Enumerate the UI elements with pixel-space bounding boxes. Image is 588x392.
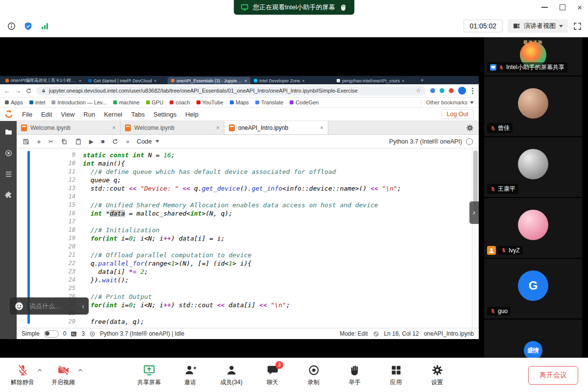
extension-icon[interactable] [449, 88, 454, 93]
start-video-button[interactable]: 开启视频 [50, 364, 76, 387]
new-tab-button[interactable]: + [416, 77, 428, 84]
tab-close-icon[interactable]: × [302, 78, 305, 83]
extension-icon[interactable] [430, 88, 435, 93]
forward-icon[interactable]: → [15, 87, 21, 95]
bookmark-item[interactable]: Translate [255, 99, 283, 105]
extension-icon[interactable] [440, 88, 444, 93]
gear-icon[interactable] [466, 124, 474, 132]
bookmark-star-icon[interactable]: ☆ [416, 87, 421, 94]
kernel-name[interactable]: Python 3.7 (Intel® oneAPI) [389, 138, 462, 145]
network-quality-icon[interactable] [40, 22, 49, 31]
back-icon[interactable]: ← [4, 87, 10, 95]
view-mode-dropdown[interactable]: 演讲者视图 [508, 19, 568, 33]
emoji-button[interactable] [10, 297, 28, 315]
cell-type-dropdown[interactable]: Code [137, 138, 159, 145]
chevron-up-icon[interactable] [77, 368, 83, 373]
running-sessions-icon[interactable] [4, 149, 13, 157]
browser-tab[interactable]: Intel Developer Zone× [250, 77, 333, 84]
raise-hand-button[interactable]: 举手 [342, 364, 368, 387]
browser-tab[interactable]: Get Started | Intel® DevCloud× [85, 77, 168, 84]
chat-input[interactable]: 说点什么... [28, 297, 77, 315]
apps-button[interactable]: 应用 [383, 364, 409, 387]
other-bookmarks[interactable]: Other bookmarks [421, 99, 474, 105]
tab-close-icon[interactable]: × [79, 78, 81, 83]
run-all-icon[interactable]: » [126, 139, 129, 145]
run-cell-icon[interactable]: ▶ [89, 139, 94, 145]
browser-profile-avatar[interactable] [458, 87, 466, 95]
bookmark-item[interactable]: machine [113, 99, 140, 105]
bookmark-label: GPU [152, 99, 164, 105]
menu-item-tabs[interactable]: Tabs [127, 111, 149, 118]
save-icon[interactable] [23, 138, 29, 145]
participant-tile[interactable]: Gguo [484, 259, 582, 318]
unmute-button[interactable]: 解除静音 [10, 364, 35, 387]
menu-item-run[interactable]: Run [79, 111, 99, 118]
notebook-tab[interactable]: oneAPI_Intro.ipynb× [224, 121, 328, 134]
right-panel-expander[interactable]: › [469, 201, 479, 224]
simple-mode-toggle[interactable] [44, 330, 59, 338]
stop-kernel-icon[interactable]: ■ [101, 139, 104, 145]
menu-item-file[interactable]: File [18, 111, 37, 118]
tab-close-icon[interactable]: × [216, 124, 220, 131]
logout-button[interactable]: Log Out [441, 109, 474, 119]
menu-item-edit[interactable]: Edit [37, 111, 56, 118]
paste-icon[interactable] [75, 138, 82, 145]
menu-item-settings[interactable]: Settings [149, 111, 181, 118]
invite-button[interactable]: 邀请 [177, 364, 203, 387]
bookmark-item[interactable]: Apps [5, 99, 23, 105]
bookmark-item[interactable]: YouTube [196, 99, 223, 105]
fullscreen-icon[interactable] [573, 22, 582, 31]
bookmark-item[interactable]: coach [170, 99, 190, 105]
browser-tab[interactable]: oneAPI_Essentials (3) - JupyterLab× [168, 77, 250, 84]
meeting-info-icon[interactable] [7, 22, 16, 31]
copy-icon[interactable] [61, 138, 68, 145]
hand-icon[interactable] [340, 3, 347, 11]
participant-tile[interactable]: 曾佳 [484, 76, 582, 136]
name-pill: 曾佳 [487, 123, 513, 133]
security-shield-icon[interactable] [24, 22, 33, 31]
window-close-button[interactable]: × [577, 3, 582, 12]
bookmark-item[interactable]: CodeGen [290, 99, 318, 105]
tab-close-icon[interactable]: × [154, 78, 156, 83]
members-button[interactable]: 成员(34) [219, 364, 244, 387]
restart-kernel-icon[interactable] [112, 138, 119, 145]
window-minimize-button[interactable] [541, 7, 548, 8]
notebook-tab[interactable]: Welcome.ipynb× [121, 121, 224, 134]
tab-close-icon[interactable]: × [112, 124, 116, 131]
bookmark-item[interactable]: Maps [230, 99, 249, 105]
cut-icon[interactable]: ✂ [49, 139, 53, 145]
menu-item-kernel[interactable]: Kernel [99, 111, 127, 118]
record-button[interactable]: 录制 [301, 364, 326, 387]
refresh-icon[interactable] [25, 88, 32, 94]
leave-meeting-button[interactable]: 离开会议 [528, 366, 578, 385]
chat-button[interactable]: 聊天3 [260, 364, 285, 387]
collapse-chat-icon[interactable]: ‹ [77, 297, 89, 315]
menu-item-view[interactable]: View [56, 111, 79, 118]
url-field[interactable]: jupyter.oneapi.devcloud.intel.com/user/u… [36, 86, 426, 96]
browser-tab[interactable]: oneAPI编程高效化 | 英卡1小程_供× [2, 77, 85, 84]
bookmark-item[interactable]: GPU [146, 99, 164, 105]
chevron-up-icon[interactable] [37, 368, 43, 373]
participant-tile[interactable]: IvyZ [484, 198, 582, 258]
notebook-tab[interactable]: Welcome.ipynb× [17, 121, 121, 134]
file-browser-icon[interactable] [4, 128, 13, 136]
participant-tile[interactable]: 盛情 [484, 319, 582, 358]
participant-tile[interactable]: 王康平 [484, 137, 582, 197]
add-cell-icon[interactable]: + [37, 138, 41, 145]
editor-scrollbar[interactable] [472, 148, 479, 328]
share-screen-button[interactable]: 共享屏幕 [136, 364, 162, 387]
command-palette-icon[interactable] [4, 170, 13, 178]
tab-close-icon[interactable]: × [245, 78, 247, 83]
browser-tab[interactable]: pengzhao-intel/oneAPI_cours× [333, 77, 416, 84]
menu-item-help[interactable]: Help [181, 111, 203, 118]
browser-menu-icon[interactable] [470, 88, 475, 94]
window-maximize-button[interactable] [560, 4, 565, 10]
bookmark-item[interactable]: intel [29, 99, 45, 105]
tab-close-icon[interactable]: × [402, 78, 404, 83]
settings-button[interactable]: 设置 [424, 364, 450, 387]
extension-manager-icon[interactable] [4, 191, 13, 199]
bookmark-item[interactable]: Introduction — Lev... [51, 99, 107, 105]
code-text: int *data = malloc_shared<int>(N, q); [83, 209, 472, 218]
participant-tile[interactable]: 极速体验Intel小助手的屏幕共享 [484, 37, 582, 75]
tab-close-icon[interactable]: × [320, 124, 323, 131]
